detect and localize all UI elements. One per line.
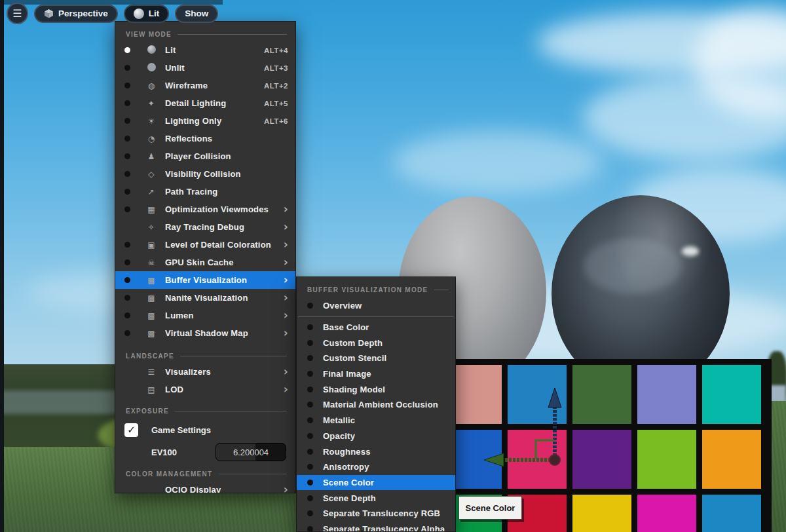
radio-bullet — [124, 65, 130, 71]
perspective-button[interactable]: Perspective — [34, 5, 118, 23]
section-header-color-management: COLOR MANAGEMENT — [115, 466, 295, 481]
lumen-icon: ▩ — [145, 311, 158, 320]
menu-item-label: GPU Skin Cache — [165, 257, 278, 267]
gizmo-z-axis-handle[interactable] — [548, 388, 561, 460]
radio-bullet — [124, 171, 130, 177]
ev100-input[interactable]: 6.200004 — [215, 443, 286, 461]
buffer-menu-item-custom-stencil[interactable]: Custom Stencil — [297, 351, 455, 366]
radio-bullet — [307, 324, 313, 330]
buffer-menu-item-separate-translucency-alpha[interactable]: Separate Translucency Alpha — [297, 522, 455, 532]
buffer-menu-item-opacity[interactable]: Opacity — [297, 428, 455, 444]
menu-item-buffer-visualization[interactable]: ▩Buffer Visualization› — [115, 271, 295, 289]
menu-item-virtual-shadow-map[interactable]: ▩Virtual Shadow Map› — [115, 324, 295, 342]
menu-item-path-tracing[interactable]: ↗Path Tracing — [115, 183, 295, 200]
view-mode-label: Lit — [149, 9, 160, 18]
radio-bullet — [307, 433, 313, 439]
radio-bullet — [307, 402, 313, 408]
gizmo-y-axis-handle[interactable] — [484, 453, 555, 466]
shortcut-label: ALT+3 — [264, 64, 288, 72]
buffer-menu-item-shading-model[interactable]: Shading Model — [297, 381, 455, 397]
buffer-menu-item-overview[interactable]: Overview — [297, 298, 455, 314]
menu-item-optimization-viewmodes[interactable]: ▦Optimization Viewmodes› — [115, 200, 295, 218]
game-settings-checkbox[interactable]: ✓ — [124, 423, 138, 437]
menu-item-label: Scene Depth — [323, 493, 376, 503]
color-swatch — [702, 365, 761, 424]
color-swatch — [572, 495, 631, 532]
chevron-right-icon: › — [284, 239, 288, 250]
buffer-menu-item-custom-depth[interactable]: Custom Depth — [297, 335, 455, 351]
menu-item-level-of-detail-coloration[interactable]: ▣Level of Detail Coloration› — [115, 236, 295, 254]
radio-bullet — [124, 118, 130, 124]
menu-item-label: Custom Depth — [323, 338, 383, 348]
buffer-menu-item-scene-color[interactable]: Scene Color — [297, 475, 455, 491]
menu-item-detail-lighting[interactable]: ✦Detail LightingALT+5 — [115, 94, 295, 112]
lit-sphere-icon — [134, 9, 144, 19]
radio-bullet — [307, 510, 313, 516]
chevron-right-icon: › — [284, 292, 288, 303]
chevron-right-icon: › — [284, 328, 288, 339]
menu-item-nanite-visualization[interactable]: ▩Nanite Visualization› — [115, 289, 295, 307]
buffer-menu-item-base-color[interactable]: Base Color — [297, 320, 455, 335]
radio-bullet — [307, 526, 313, 532]
radio-bullet — [307, 371, 313, 377]
section-header-view-mode: VIEW MODE — [115, 27, 295, 41]
radio-bullet — [124, 100, 130, 106]
cube-icon — [44, 9, 54, 18]
menu-item-player-collision[interactable]: ♟Player Collision — [115, 147, 295, 165]
radio-bullet — [124, 259, 130, 265]
radio-bullet — [124, 136, 130, 142]
player-collision-icon: ♟ — [145, 152, 158, 161]
ev100-label: EV100 — [151, 447, 177, 457]
menu-item-lumen[interactable]: ▩Lumen› — [115, 307, 295, 324]
menu-item-label: LOD — [165, 385, 278, 394]
cloud — [393, 131, 603, 193]
menu-item-gpu-skin-cache[interactable]: ☠GPU Skin Cache› — [115, 254, 295, 271]
radio-bullet — [307, 495, 313, 501]
detail-lighting-icon: ✦ — [145, 99, 158, 108]
chevron-right-icon: › — [284, 257, 288, 268]
buffer-visualization-menu: BUFFER VISUALIZATION MODE OverviewBase C… — [296, 276, 456, 532]
buffer-menu-item-separate-translucency-rgb[interactable]: Separate Translucency RGB — [297, 506, 455, 522]
game-settings-label: Game Settings — [151, 425, 211, 435]
chevron-right-icon: › — [284, 366, 288, 377]
menu-item-visibility-collision[interactable]: ◇Visibility Collision — [115, 165, 295, 183]
menu-item-reflections[interactable]: ◔Reflections — [115, 130, 295, 147]
shortcut-label: ALT+5 — [264, 100, 288, 107]
buffer-menu-item-anisotropy[interactable]: Anisotropy — [297, 459, 455, 475]
menu-item-lod[interactable]: ▤LOD› — [115, 381, 295, 398]
show-button[interactable]: Show — [175, 5, 218, 23]
menu-item-label: Scene Color — [323, 478, 374, 487]
buffer-menu-item-material-ambient-occlusion[interactable]: Material Ambient Occlusion — [297, 397, 455, 413]
radio-bullet — [124, 369, 130, 375]
radio-bullet — [307, 303, 313, 309]
show-label: Show — [185, 9, 208, 18]
color-swatch — [637, 495, 696, 532]
lod-coloration-icon: ▣ — [145, 240, 158, 250]
menu-item-visualizers[interactable]: ☰Visualizers› — [115, 363, 295, 381]
menu-item-label: Roughness — [323, 447, 371, 457]
buffer-menu-item-scene-depth[interactable]: Scene Depth — [297, 490, 455, 506]
menu-item-ray-tracing-debug[interactable]: ✧Ray Tracing Debug› — [115, 218, 295, 236]
buffer-menu-item-metallic[interactable]: Metallic — [297, 413, 455, 428]
shortcut-label: ALT+2 — [264, 82, 288, 90]
menu-item-lit[interactable]: LitALT+4 — [115, 41, 295, 59]
viewport-options-button[interactable]: ☰ — [7, 3, 28, 24]
menu-item-wireframe[interactable]: ◍WireframeALT+2 — [115, 77, 295, 94]
color-swatch — [702, 495, 761, 532]
lod-icon: ▤ — [145, 385, 158, 394]
ev100-row: EV100 6.200004 — [115, 442, 295, 463]
menu-item-unlit[interactable]: UnlitALT+3 — [115, 59, 295, 77]
view-mode-button[interactable]: Lit — [124, 5, 170, 23]
translate-gizmo — [475, 379, 567, 470]
radio-bullet — [307, 417, 313, 423]
hamburger-icon: ☰ — [12, 7, 22, 20]
menu-item-label: Virtual Shadow Map — [165, 328, 278, 338]
menu-item-lighting-only[interactable]: ☀Lighting OnlyALT+6 — [115, 112, 295, 130]
buffer-menu-item-final-image[interactable]: Final Image — [297, 366, 455, 382]
buffer-menu-item-roughness[interactable]: Roughness — [297, 444, 455, 459]
lighting-only-icon: ☀ — [145, 117, 158, 126]
unreal-viewport: ☰ Perspective Lit Show VIEW MODE LitALT+… — [0, 0, 786, 532]
menu-item-ocio-display[interactable]: OCIO Display › — [115, 481, 295, 493]
gizmo-center-handle[interactable] — [550, 455, 560, 465]
game-settings-row[interactable]: ✓ Game Settings — [115, 419, 295, 440]
